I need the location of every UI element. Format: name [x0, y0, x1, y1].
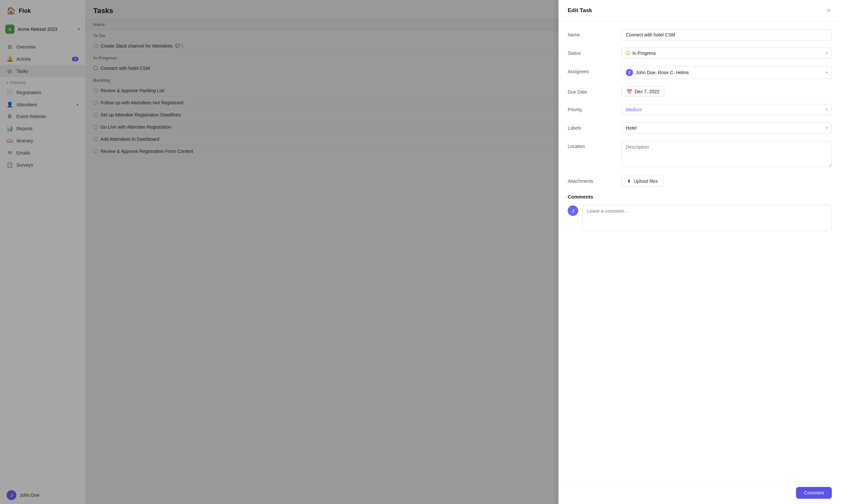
upload-files-button[interactable]: ⬆ Upload files — [621, 176, 663, 187]
priority-value: Medium — [626, 107, 642, 112]
priority-field-label: Priority — [568, 104, 614, 112]
name-field-label: Name — [568, 29, 614, 37]
status-dot-icon — [626, 51, 630, 55]
chevron-down-icon: ▾ — [826, 107, 827, 112]
assignees-select[interactable]: 2 John Doe, Rose C. Helms ▾ — [621, 66, 832, 79]
priority-select[interactable]: Medium ▾ — [621, 104, 832, 115]
chevron-down-icon: ▾ — [826, 70, 827, 75]
status-value: In Progress — [632, 51, 656, 56]
panel-body: Name Status In Progress ▾ — [559, 21, 841, 481]
status-select[interactable]: In Progress ▾ — [621, 48, 832, 59]
chevron-down-icon: ▾ — [826, 126, 827, 130]
field-attachments-row: Attachments ⬆ Upload files — [568, 176, 832, 187]
status-field-label: Status — [568, 48, 614, 56]
due-date-value: Dec 7, 2022 — [635, 89, 660, 94]
attachments-field-label: Attachments — [568, 176, 614, 184]
priority-field-value: Medium ▾ — [621, 104, 832, 115]
labels-field-label: Labels — [568, 122, 614, 131]
panel-header: Edit Task × — [559, 0, 841, 21]
due-date-field-label: Due Date — [568, 86, 614, 94]
location-textarea[interactable] — [621, 141, 832, 167]
panel-footer: Comment — [559, 481, 841, 504]
due-date-picker[interactable]: 📅 Dec 7, 2022 — [621, 86, 665, 97]
name-field-value — [621, 29, 832, 40]
calendar-icon: 📅 — [627, 89, 632, 94]
field-name-row: Name — [568, 29, 832, 40]
labels-select[interactable]: Hotel ▾ — [621, 122, 832, 133]
status-field-value: In Progress ▾ — [621, 48, 832, 59]
comment-user-avatar: J — [568, 205, 578, 216]
attachments-field-value: ⬆ Upload files — [621, 176, 832, 187]
edit-task-panel: Edit Task × Name Status In Progress — [559, 0, 841, 504]
comments-title: Comments — [568, 194, 832, 199]
field-assignees-row: Assignees 2 John Doe, Rose C. Helms ▾ — [568, 66, 832, 79]
field-duedate-row: Due Date 📅 Dec 7, 2022 — [568, 86, 832, 97]
comments-section: Comments J — [568, 194, 832, 231]
field-status-row: Status In Progress ▾ — [568, 48, 832, 59]
field-priority-row: Priority Medium ▾ — [568, 104, 832, 115]
labels-field-value: Hotel ▾ — [621, 122, 832, 133]
location-field-label: Location — [568, 141, 614, 149]
assignee-count-badge: 2 — [626, 69, 633, 76]
due-date-field-value: 📅 Dec 7, 2022 — [621, 86, 832, 97]
chevron-down-icon: ▾ — [826, 51, 827, 55]
field-labels-row: Labels Hotel ▾ — [568, 122, 832, 133]
labels-value: Hotel — [626, 125, 637, 131]
assignees-field-label: Assignees — [568, 66, 614, 74]
assignees-value: John Doe, Rose C. Helms — [636, 70, 689, 75]
comment-input-row: J — [568, 205, 832, 231]
submit-comment-button[interactable]: Comment — [796, 487, 832, 499]
upload-icon: ⬆ — [627, 179, 631, 184]
panel-title: Edit Task — [568, 7, 592, 14]
location-field-value — [621, 141, 832, 168]
field-location-row: Location — [568, 141, 832, 168]
close-button[interactable]: × — [825, 6, 832, 15]
modal-overlay: Edit Task × Name Status In Progress — [0, 0, 841, 504]
task-name-input[interactable] — [621, 29, 832, 40]
assignees-field-value: 2 John Doe, Rose C. Helms ▾ — [621, 66, 832, 79]
comment-textarea[interactable] — [582, 205, 832, 231]
